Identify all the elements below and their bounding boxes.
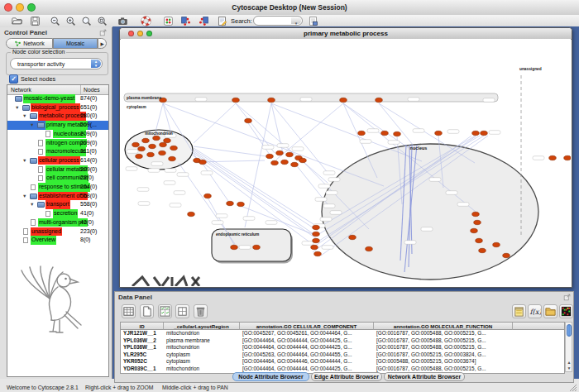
network-node[interactable] — [159, 151, 166, 155]
new-page-icon[interactable] — [140, 304, 154, 318]
expand-arrow-icon[interactable]: ▼ — [22, 156, 26, 165]
life-ring-icon[interactable] — [141, 16, 151, 26]
table-column-header[interactable]: annotation.GO CELLULAR_COMPONENT — [240, 323, 374, 330]
expand-arrow-icon[interactable]: ▼ — [30, 121, 34, 130]
tree-row[interactable]: ▼biological_process651(0) — [7, 103, 108, 112]
tree-row[interactable]: ▼metabolic process280(0) — [7, 112, 108, 121]
scroll-up-icon[interactable]: ▲ — [566, 360, 572, 365]
expand-arrow-icon[interactable]: ▼ — [22, 112, 26, 121]
network-node[interactable] — [358, 131, 366, 135]
tree-row[interactable]: nucleobase-209(0) — [7, 130, 108, 139]
network-node[interactable] — [493, 242, 500, 246]
tree-row[interactable]: ▼primary metabo209(... — [7, 121, 108, 130]
table-icon[interactable] — [122, 304, 136, 318]
network-node[interactable] — [435, 131, 443, 135]
create-attribute-icon[interactable] — [175, 304, 189, 318]
save-icon[interactable] — [30, 16, 41, 26]
tree-col-nodes[interactable]: Nodes — [80, 85, 100, 94]
tree-row[interactable]: secretion41(0) — [7, 209, 108, 218]
network-canvas[interactable]: plasma membranecytoplasmmitochondrionnuc… — [121, 39, 571, 286]
tree-row[interactable]: ▼establishment of lo558(0) — [7, 192, 108, 201]
zoom-fit-icon[interactable] — [97, 16, 108, 26]
trash-icon[interactable] — [194, 304, 208, 318]
network-window-titlebar[interactable]: primary metabolic process — [120, 28, 572, 40]
tree-row[interactable]: ▼cellular process614(0) — [7, 156, 108, 165]
table-scrollbar[interactable]: ▲ ▼ — [565, 322, 572, 372]
tree-row[interactable]: macromolecule311(0) — [7, 147, 108, 156]
tree-row[interactable]: ▼transport558(0) — [7, 200, 108, 209]
network-node[interactable] — [132, 142, 140, 146]
network-node[interactable] — [479, 248, 486, 252]
network-node[interactable] — [268, 98, 275, 102]
search-input[interactable]: ▾ — [253, 16, 303, 26]
network-node[interactable] — [149, 144, 156, 148]
annotation-icon[interactable] — [217, 16, 227, 26]
combo-stepper-icon[interactable]: ▴▾ — [91, 60, 101, 68]
folder-icon[interactable] — [543, 304, 557, 318]
tab-mosaic[interactable]: Mosaic — [53, 38, 98, 49]
network-node[interactable] — [313, 225, 320, 229]
network-node[interactable] — [164, 138, 171, 142]
table-column-header[interactable]: _cellularLayoutRegion — [164, 323, 240, 330]
network-node[interactable] — [170, 146, 178, 150]
tab-node-attribute-browser[interactable]: Node Attribute Browser — [232, 372, 309, 381]
network-node[interactable] — [138, 146, 146, 151]
tab-edge-attribute-browser[interactable]: Edge Attribute Browser — [311, 372, 382, 381]
network-node[interactable] — [313, 232, 320, 236]
tree-row[interactable]: multi-organism pro42(0) — [7, 218, 108, 227]
open-folder-icon[interactable] — [12, 16, 22, 26]
float-datapanel-icon[interactable] — [563, 294, 571, 302]
tree-row[interactable]: mosaic-demo-yeast874(0) — [7, 94, 108, 103]
network-node[interactable] — [147, 152, 155, 156]
fx-icon[interactable]: f(x) — [528, 304, 542, 318]
network-node[interactable] — [481, 131, 488, 135]
tree-row[interactable]: unassigned223(0) — [7, 227, 108, 237]
network-node[interactable] — [311, 245, 318, 249]
network-node[interactable] — [291, 162, 299, 166]
tab-network-attribute-browser[interactable]: Network Attribute Browser — [384, 372, 465, 381]
magnifier-icon[interactable] — [81, 16, 92, 26]
network-node[interactable] — [549, 155, 557, 160]
expand-arrow-icon[interactable]: ▼ — [22, 192, 26, 201]
network-node[interactable] — [340, 98, 347, 102]
network-node[interactable] — [314, 251, 322, 256]
network-node[interactable] — [474, 220, 481, 224]
table-column-header[interactable]: annotation.GO MOLECULAR_FUNCTION — [374, 323, 513, 330]
matrix-icon[interactable] — [559, 304, 573, 318]
expand-arrow-icon[interactable]: ▼ — [30, 200, 34, 209]
network-node[interactable] — [188, 212, 195, 216]
network-node[interactable] — [564, 155, 571, 160]
network-node[interactable] — [204, 194, 212, 198]
network-node[interactable] — [253, 245, 261, 249]
net-close-button[interactable] — [128, 31, 134, 36]
tree-row[interactable]: cellular metabol209(0) — [7, 165, 108, 174]
minimize-button[interactable] — [16, 3, 24, 12]
resize-grip-icon[interactable] — [569, 384, 577, 392]
network-node[interactable] — [476, 238, 483, 242]
network-node[interactable] — [136, 154, 143, 158]
network-node[interactable] — [169, 156, 176, 160]
network-grid-icon[interactable] — [163, 16, 174, 26]
tree-row[interactable]: response to stimulu264(0) — [7, 183, 108, 192]
network-node[interactable] — [472, 212, 480, 216]
network-node[interactable] — [286, 152, 294, 156]
network-node[interactable] — [471, 228, 478, 232]
camera-icon[interactable] — [117, 16, 128, 26]
tree-row[interactable]: nitrogen compo209(0) — [7, 139, 108, 148]
close-button[interactable] — [4, 3, 12, 12]
tab-network[interactable]: Network — [6, 38, 53, 49]
network-node[interactable] — [394, 131, 401, 136]
select-nodes-checkbox[interactable]: ✓ — [9, 74, 18, 84]
net-zoom-button[interactable] — [146, 31, 152, 36]
network-node[interactable] — [503, 253, 510, 257]
tree-col-network[interactable]: Network — [11, 85, 31, 94]
compartment-nucleus[interactable] — [322, 144, 538, 280]
tree-row[interactable]: cell communicat22(0) — [7, 174, 108, 183]
network-node[interactable] — [142, 138, 150, 142]
network-node[interactable] — [381, 131, 389, 135]
network-node[interactable] — [199, 160, 207, 164]
scrollbar-thumb[interactable] — [567, 324, 572, 337]
network-node[interactable] — [349, 235, 356, 239]
network-node[interactable] — [245, 118, 252, 122]
float-panel-icon[interactable] — [99, 29, 107, 37]
